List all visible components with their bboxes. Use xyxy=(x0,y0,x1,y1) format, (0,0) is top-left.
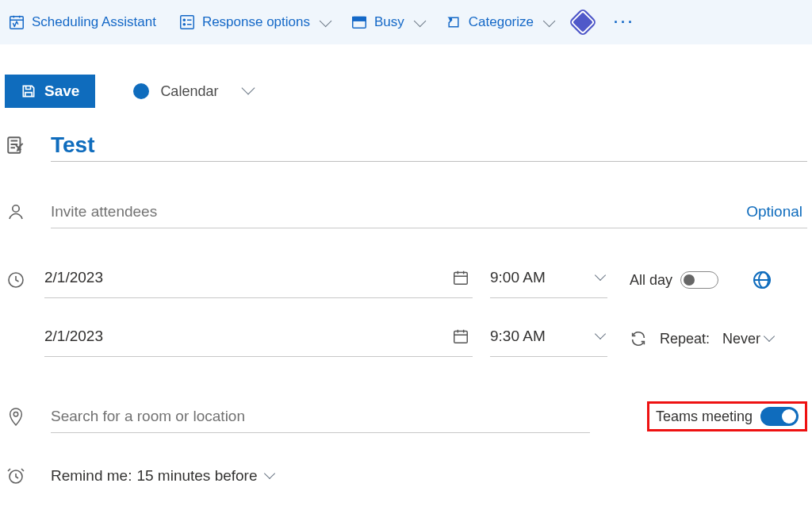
end-time-value: 9:30 AM xyxy=(490,328,546,345)
more-options-button[interactable]: ··· xyxy=(614,14,635,31)
calendar-label: Calendar xyxy=(160,83,218,100)
svg-point-2 xyxy=(183,19,185,21)
save-row: Save Calendar xyxy=(0,44,812,128)
repeat-label: Repeat: xyxy=(660,331,710,347)
start-time-value: 9:00 AM xyxy=(490,269,546,286)
start-date-value: 2/1/2023 xyxy=(44,269,103,286)
svg-point-12 xyxy=(13,412,18,417)
svg-rect-10 xyxy=(454,272,468,284)
svg-point-3 xyxy=(183,24,185,25)
title-text: Test xyxy=(51,132,807,158)
all-day-control: All day xyxy=(630,271,718,289)
start-datetime-row: 2/1/2023 9:00 AM All day xyxy=(5,262,807,298)
categorize-label: Categorize xyxy=(469,14,534,30)
location-field[interactable]: Search for a room or location xyxy=(51,400,590,433)
title-field[interactable]: Test xyxy=(51,128,807,162)
end-date-input[interactable]: 2/1/2023 xyxy=(44,320,473,357)
location-placeholder: Search for a room or location xyxy=(51,408,590,425)
teams-meeting-toggle[interactable] xyxy=(760,407,799,426)
attendees-placeholder: Invite attendees xyxy=(51,203,746,220)
tag-icon xyxy=(445,13,462,31)
repeat-control: Repeat: Never xyxy=(630,330,773,347)
clock-icon xyxy=(6,270,25,290)
response-options-label: Response options xyxy=(202,14,310,30)
copilot-icon xyxy=(570,10,595,34)
end-datetime-row: 2/1/2023 9:30 AM Repeat: Never xyxy=(5,320,807,357)
optional-attendees-link[interactable]: Optional xyxy=(746,203,807,220)
chevron-down-icon xyxy=(764,331,775,342)
reminder-dropdown[interactable]: Remind me: 15 minutes before xyxy=(51,467,274,485)
calendar-color-dot xyxy=(133,83,149,99)
alarm-clock-icon xyxy=(6,466,25,485)
calendar-picker[interactable]: Calendar xyxy=(133,83,253,100)
attendees-row: Invite attendees Optional xyxy=(5,195,807,228)
calendar-icon xyxy=(452,328,469,345)
categorize-button[interactable]: Categorize xyxy=(445,13,552,31)
person-icon xyxy=(6,202,25,221)
chevron-down-icon xyxy=(595,328,606,339)
reminder-label: Remind me: xyxy=(51,467,132,485)
location-pin-icon xyxy=(7,406,25,427)
teams-meeting-label: Teams meeting xyxy=(656,408,753,425)
response-options-button[interactable]: Response options xyxy=(178,13,328,31)
event-form: Test Invite attendees Optional 2/1/ xyxy=(0,128,812,485)
save-icon xyxy=(21,83,36,99)
scheduling-assistant-button[interactable]: Scheduling Assistant xyxy=(8,13,156,31)
start-date-input[interactable]: 2/1/2023 xyxy=(44,262,473,298)
datetime-section: 2/1/2023 9:00 AM All day 2/1/2023 xyxy=(5,262,807,357)
attendees-field[interactable]: Invite attendees Optional xyxy=(51,195,807,228)
location-row: Search for a room or location Teams meet… xyxy=(5,400,807,433)
response-options-icon xyxy=(178,13,196,31)
repeat-value: Never xyxy=(722,331,760,347)
command-toolbar: Scheduling Assistant Response options Bu… xyxy=(0,0,812,44)
save-label: Save xyxy=(44,82,79,100)
all-day-toggle[interactable] xyxy=(680,271,718,289)
end-time-input[interactable]: 9:30 AM xyxy=(490,320,607,357)
save-button[interactable]: Save xyxy=(5,75,95,108)
busy-icon xyxy=(350,13,368,31)
scheduling-assistant-icon xyxy=(8,13,25,31)
edit-title-icon xyxy=(6,135,26,155)
end-date-value: 2/1/2023 xyxy=(44,328,103,345)
svg-point-8 xyxy=(13,205,19,212)
copilot-button[interactable] xyxy=(574,13,592,31)
reminder-row: Remind me: 15 minutes before xyxy=(5,466,807,485)
busy-label: Busy xyxy=(374,14,404,30)
svg-rect-1 xyxy=(181,16,194,29)
all-day-label: All day xyxy=(630,272,672,289)
calendar-icon xyxy=(452,269,469,286)
chevron-down-icon xyxy=(242,82,255,95)
title-row: Test xyxy=(5,128,807,162)
scheduling-assistant-label: Scheduling Assistant xyxy=(32,14,156,30)
timezone-button[interactable] xyxy=(753,271,771,289)
repeat-value-dropdown[interactable]: Never xyxy=(722,331,773,347)
chevron-down-icon xyxy=(595,269,606,280)
recurrence-icon[interactable] xyxy=(630,330,647,347)
reminder-value: 15 minutes before xyxy=(136,467,257,485)
teams-meeting-highlight: Teams meeting xyxy=(647,401,807,431)
svg-rect-11 xyxy=(454,331,468,343)
start-time-input[interactable]: 9:00 AM xyxy=(490,262,607,298)
svg-rect-5 xyxy=(353,17,366,21)
show-as-busy-button[interactable]: Busy xyxy=(350,13,423,31)
chevron-down-icon xyxy=(263,468,274,479)
